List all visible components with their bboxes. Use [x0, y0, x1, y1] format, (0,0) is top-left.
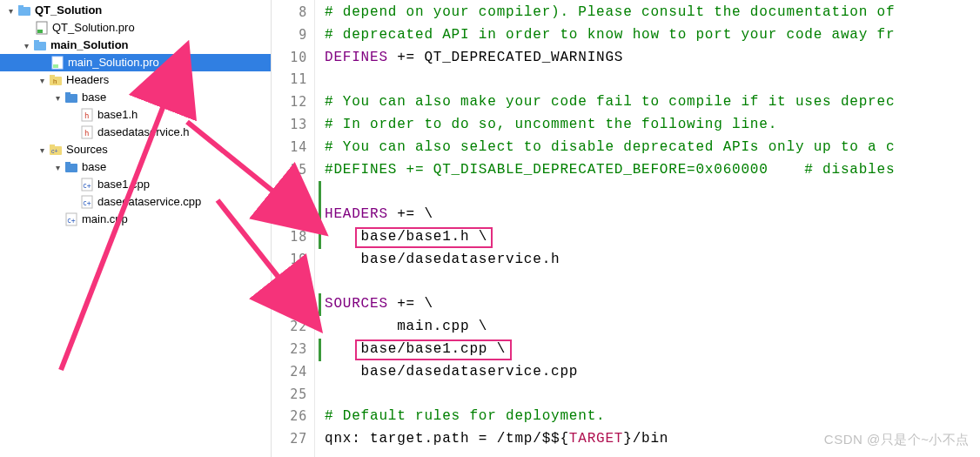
tree-file-c3[interactable]: c+ main.cpp	[0, 211, 271, 228]
line-number: 15	[272, 159, 314, 182]
line-number: 19	[272, 249, 314, 272]
project-tree[interactable]: ▾ QT_Solution QT_Solution.pro ▾ main_Sol…	[0, 0, 272, 457]
tree-main-solution[interactable]: ▾ main_Solution	[0, 37, 271, 54]
svg-text:h: h	[84, 129, 89, 138]
tree-label: Sources	[66, 141, 108, 158]
pro-file-icon	[50, 56, 64, 70]
line-number: 25	[272, 384, 314, 407]
folder-icon	[64, 91, 78, 104]
line-number: 16	[272, 181, 314, 204]
code-text: base/base1.cpp \	[325, 341, 506, 357]
tree-label: Headers	[66, 71, 109, 89]
folder-sources-icon: c+	[49, 143, 63, 157]
line-number: 27	[272, 428, 314, 451]
line-number: 14	[272, 137, 314, 159]
code-text: # In order to do so, uncomment the follo…	[325, 117, 777, 132]
code-text: SOURCES	[325, 296, 388, 312]
code-text: HEADERS	[325, 206, 388, 222]
line-number: 9	[272, 24, 314, 47]
svg-rect-12	[65, 92, 70, 95]
chevron-down-icon: ▾	[52, 162, 63, 172]
line-number: 11	[272, 69, 314, 91]
code-text: base/base1.h \	[325, 229, 487, 245]
watermark-text: CSDN @只是个~小不点	[824, 432, 970, 448]
tree-label: base	[82, 158, 106, 176]
line-number: 26	[272, 406, 314, 428]
line-number: 21	[272, 293, 314, 316]
chevron-down-icon: ▾	[5, 5, 16, 16]
header-file-icon: h	[80, 108, 94, 122]
line-number: 17	[272, 204, 314, 226]
cpp-file-icon: c+	[80, 178, 94, 192]
svg-rect-5	[34, 40, 39, 43]
code-text: # You can also make your code fail to co…	[325, 94, 895, 110]
svg-rect-0	[18, 7, 30, 16]
tree-label: main_Solution	[50, 37, 129, 54]
tree-file-c1[interactable]: c+ base1.cpp	[0, 176, 271, 193]
svg-rect-11	[65, 94, 77, 103]
tree-main-pro[interactable]: main_Solution.pro	[0, 54, 271, 71]
tree-sources[interactable]: ▾ c+ Sources	[0, 141, 271, 158]
svg-rect-7	[53, 64, 58, 68]
cpp-file-icon: c+	[80, 195, 94, 209]
line-number: 22	[272, 316, 314, 339]
tree-label: base	[82, 89, 106, 106]
tree-label: base1.cpp	[97, 176, 150, 193]
svg-rect-20	[65, 164, 77, 172]
code-area[interactable]: # depend on your compiler). Please consu…	[315, 0, 980, 457]
chevron-down-icon: ▾	[21, 40, 31, 50]
code-text: qnx: target.path = /tmp/$${	[325, 431, 569, 447]
line-number: 13	[272, 114, 314, 137]
svg-text:h: h	[84, 111, 89, 120]
line-number: 8	[272, 2, 314, 24]
code-text: TARGET	[569, 431, 623, 447]
tree-file-h1[interactable]: h base1.h	[0, 106, 271, 124]
tree-label: dasedataservice.h	[97, 124, 190, 141]
tree-sources-base[interactable]: ▾ base	[0, 158, 271, 176]
tree-root[interactable]: ▾ QT_Solution	[0, 2, 271, 19]
code-text: += \	[388, 296, 433, 312]
line-number: 24	[272, 361, 314, 384]
line-number: 20	[272, 272, 314, 294]
folder-project-icon	[17, 3, 31, 17]
svg-text:c+: c+	[83, 199, 91, 207]
chevron-down-icon: ▾	[37, 75, 47, 85]
chevron-down-icon: ▾	[52, 92, 63, 103]
code-text: DEFINES	[325, 50, 388, 65]
code-text: += \	[388, 206, 433, 222]
line-number: 10	[272, 47, 314, 70]
folder-project-icon	[33, 38, 47, 52]
code-text: # Default rules for deployment.	[325, 408, 605, 424]
tree-file-c2[interactable]: c+ dasedataservice.cpp	[0, 193, 271, 211]
tree-headers-base[interactable]: ▾ base	[0, 89, 271, 106]
code-text: base/dasedataservice.h	[325, 252, 560, 267]
pro-file-icon	[35, 21, 49, 35]
tree-qt-pro[interactable]: QT_Solution.pro	[0, 19, 271, 37]
code-editor[interactable]: 89101112131415161718192021222324252627 #…	[272, 0, 980, 457]
header-file-icon: h	[80, 125, 94, 139]
code-text: #DEFINES += QT_DISABLE_DEPRECATED_BEFORE…	[325, 162, 895, 178]
svg-text:c+: c+	[83, 182, 91, 190]
tree-file-h2[interactable]: h dasedataservice.h	[0, 124, 271, 141]
code-text: # depend on your compiler). Please consu…	[325, 4, 895, 20]
svg-rect-21	[65, 162, 70, 165]
code-text: += QT_DEPRECATED_WARNINGS	[388, 50, 623, 65]
svg-text:c+: c+	[67, 217, 76, 225]
svg-rect-3	[37, 30, 43, 33]
code-text: }/bin	[623, 431, 668, 447]
svg-text:h: h	[53, 77, 57, 85]
tree-label: main_Solution.pro	[68, 54, 159, 71]
svg-rect-4	[34, 42, 46, 50]
code-text: main.cpp \	[325, 319, 487, 334]
code-text: # You can also select to disable depreca…	[325, 139, 895, 155]
svg-rect-1	[18, 5, 23, 8]
tree-label: QT_Solution.pro	[52, 19, 135, 37]
code-text: # deprecated API in order to know how to…	[325, 27, 895, 43]
tree-label: base1.h	[97, 106, 138, 124]
cpp-file-icon: c+	[64, 212, 78, 226]
folder-headers-icon: h	[49, 73, 63, 87]
svg-text:c+: c+	[51, 148, 58, 154]
line-number-gutter: 89101112131415161718192021222324252627	[272, 0, 315, 457]
tree-headers[interactable]: ▾ h Headers	[0, 71, 271, 89]
tree-label: main.cpp	[82, 211, 128, 228]
